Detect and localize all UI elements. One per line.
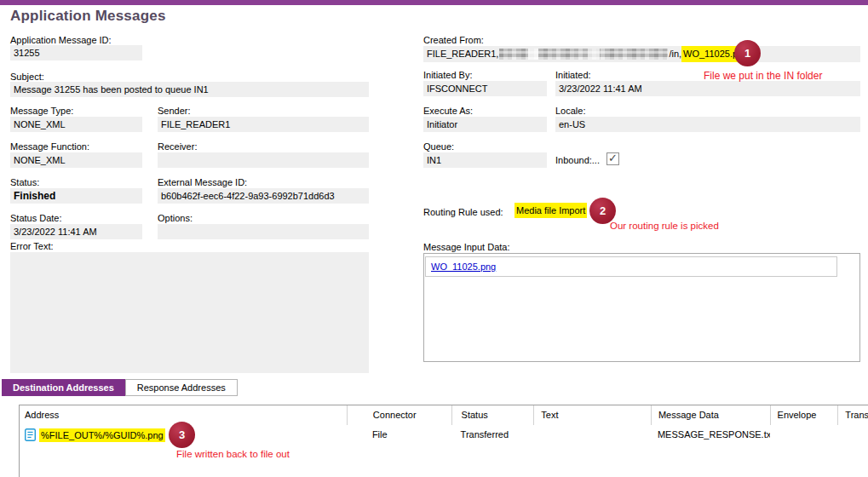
annotation-note-3: File written back to file out bbox=[176, 449, 290, 459]
col-message-data[interactable]: Message Data bbox=[651, 405, 770, 425]
message-input-data-row: WO_11025.png bbox=[425, 256, 837, 277]
message-function-value: NONE_XML bbox=[10, 152, 142, 168]
col-connector[interactable]: Connector bbox=[347, 405, 451, 425]
receiver-label: Receiver: bbox=[158, 141, 197, 152]
app-message-id-label: Application Message ID: bbox=[10, 35, 112, 45]
status-date-label: Status Date: bbox=[10, 213, 62, 223]
destination-addresses-table: Address Connector Status Text Message Da… bbox=[19, 405, 868, 477]
annotation-badge-3: 3 bbox=[169, 422, 195, 448]
row-envelope-value bbox=[770, 425, 838, 444]
execute-as-label: Execute As: bbox=[423, 106, 473, 116]
external-message-id-value: b60b462f-eec6-4f22-9a93-6992b71dd6d3 bbox=[158, 188, 369, 204]
subject-label: Subject: bbox=[10, 72, 44, 82]
locale-label: Locale: bbox=[555, 106, 585, 116]
annotation-note-2: Our routing rule is picked bbox=[610, 221, 719, 231]
queue-label: Queue: bbox=[423, 141, 454, 152]
external-message-id-label: External Message ID: bbox=[158, 177, 247, 187]
page-title: Application Messages bbox=[10, 8, 166, 25]
col-text[interactable]: Text bbox=[533, 405, 651, 425]
options-label: Options: bbox=[158, 213, 193, 223]
initiated-by-label: Initiated By: bbox=[423, 70, 472, 80]
status-value: Finished bbox=[10, 188, 142, 204]
message-type-label: Message Type: bbox=[10, 106, 73, 116]
locale-value: en-US bbox=[555, 117, 860, 132]
row-message-data-value: MESSAGE_RESPONSE.txt bbox=[651, 425, 770, 444]
initiated-by-value: IFSCONNECT bbox=[423, 81, 547, 96]
error-text-label: Error Text: bbox=[10, 241, 54, 251]
tab-destination-addresses[interactable]: Destination Addresses bbox=[2, 379, 125, 396]
tab-response-addresses[interactable]: Response Addresses bbox=[125, 379, 238, 396]
created-from-label: Created From: bbox=[423, 35, 484, 45]
table-row[interactable]: %FILE_OUT%/%GUID%.png File Transferred M… bbox=[20, 425, 868, 444]
message-input-data-label: Message Input Data: bbox=[423, 242, 510, 252]
status-label: Status: bbox=[10, 177, 39, 187]
document-icon bbox=[25, 428, 36, 443]
message-input-data-panel: WO_11025.png bbox=[423, 253, 860, 362]
col-envelope[interactable]: Envelope bbox=[770, 405, 838, 425]
inbound-label: Inbound:... bbox=[555, 155, 600, 165]
message-function-label: Message Function: bbox=[10, 141, 89, 152]
subject-value: Message 31255 has been posted to queue I… bbox=[10, 82, 369, 97]
created-from-suffix: /in, bbox=[669, 46, 681, 62]
row-status-value: Transferred bbox=[451, 425, 534, 444]
annotation-badge-2: 2 bbox=[589, 198, 616, 224]
status-date-value: 3/23/2022 11:41 AM bbox=[10, 224, 142, 239]
address-tabs: Destination Addresses Response Addresses bbox=[2, 379, 238, 396]
initiated-value: 3/23/2022 11:41 AM bbox=[555, 81, 860, 96]
created-from-prefix: FILE_READER1, bbox=[427, 46, 498, 62]
message-type-value: NONE_XML bbox=[10, 117, 142, 132]
sender-label: Sender: bbox=[158, 106, 191, 116]
col-status[interactable]: Status bbox=[451, 405, 534, 425]
message-input-data-link[interactable]: WO_11025.png bbox=[431, 261, 496, 272]
execute-as-value: Initiator bbox=[423, 117, 547, 132]
created-from-value: FILE_READER1,/in,WO_11025.png bbox=[423, 46, 860, 62]
options-value bbox=[158, 224, 369, 239]
row-address-value: %FILE_OUT%/%GUID%.png bbox=[39, 428, 165, 442]
app-message-id-value: 31255 bbox=[10, 45, 142, 60]
row-text-value bbox=[533, 425, 651, 444]
inbound-checkbox[interactable] bbox=[606, 152, 619, 165]
annotation-badge-1: 1 bbox=[734, 40, 761, 66]
row-connector-value: File bbox=[347, 425, 451, 444]
routing-rule-label: Routing Rule used: bbox=[423, 207, 503, 217]
receiver-value bbox=[158, 152, 369, 168]
table-header-row: Address Connector Status Text Message Da… bbox=[20, 405, 868, 425]
initiated-label: Initiated: bbox=[555, 70, 591, 80]
row-trans-value bbox=[837, 425, 868, 444]
redacted-path-block bbox=[499, 49, 668, 60]
col-trans[interactable]: Trans bbox=[837, 405, 868, 425]
annotation-note-1: File we put in the IN folder bbox=[704, 70, 822, 82]
error-text-value bbox=[10, 252, 369, 373]
window-accent-bar bbox=[0, 0, 868, 5]
queue-value: IN1 bbox=[423, 152, 547, 168]
routing-rule-value: Media file Import bbox=[514, 203, 587, 218]
sender-value: FILE_READER1 bbox=[158, 117, 369, 132]
